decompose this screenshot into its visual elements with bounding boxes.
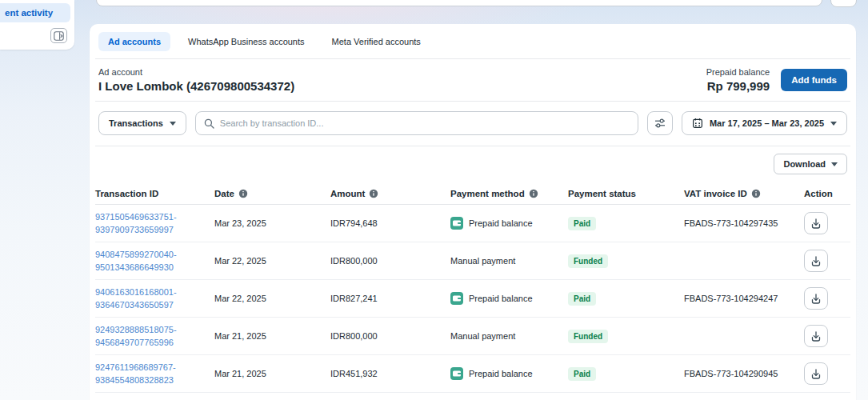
payment-method-cell: Manual payment (450, 256, 568, 266)
chevron-down-icon (170, 122, 176, 126)
download-button[interactable]: Download (774, 154, 847, 174)
filter-toolbar: Transactions (95, 102, 850, 146)
date-cell: Mar 21, 2025 (214, 331, 330, 341)
balance-block: Prepaid balance Rp 799,999 Add funds (706, 67, 847, 93)
download-button-label: Download (783, 159, 826, 169)
payment-method-label: Prepaid balance (469, 369, 533, 378)
wallet-icon (450, 292, 463, 305)
wallet-icon (450, 367, 463, 380)
prepaid-balance-value: Rp 799,999 (706, 79, 770, 93)
payment-status-badge: Funded (568, 330, 608, 343)
chevron-down-icon (831, 162, 838, 166)
table-row: 9247611968689767-9384554808328823 Mar 21… (95, 355, 850, 393)
tab-whatsapp-business-accounts[interactable]: WhatsApp Business accounts (178, 32, 314, 51)
transaction-id-cell: 9408475899270040-9501343686649930 (95, 248, 214, 274)
payment-method-cell: Prepaid balance (450, 292, 568, 305)
payment-status-badge: Funded (568, 254, 608, 268)
vat-invoice-cell: FBADS-773-104294247 (684, 294, 804, 303)
column-label: Action (804, 189, 833, 198)
payment-status-cell: Funded (568, 254, 684, 268)
date-cell: Mar 23, 2025 (214, 218, 330, 228)
transaction-id-link[interactable]: 9371505469633751-9397909733659997 (95, 210, 206, 237)
download-invoice-button[interactable] (804, 325, 828, 347)
date-cell: Mar 22, 2025 (214, 294, 330, 303)
table-header-row: Transaction ID Date Amount Payment metho… (95, 178, 850, 205)
table-row: 9249328888518075-9456849707765996 Mar 21… (95, 318, 850, 355)
column-label: Amount (330, 189, 365, 198)
search-input[interactable] (220, 118, 630, 128)
payment-status-cell: Funded (568, 330, 684, 343)
payment-method-label: Prepaid balance (469, 218, 533, 228)
global-search-button-partial[interactable] (830, 0, 857, 7)
panel-collapse-icon (54, 31, 64, 41)
prepaid-balance-label: Prepaid balance (706, 67, 770, 77)
info-icon[interactable] (751, 189, 761, 198)
download-invoice-button[interactable] (804, 250, 828, 272)
payment-status-badge: Paid (568, 292, 596, 306)
download-icon (810, 368, 822, 380)
chevron-down-icon (830, 122, 837, 126)
date-range-label: Mar 17, 2025 – Mar 23, 2025 (710, 118, 824, 128)
filter-adjust-button[interactable] (647, 111, 673, 135)
payment-method-label: Manual payment (450, 256, 515, 266)
payment-status-badge: Paid (568, 217, 596, 230)
column-header-vat-invoice-id: VAT invoice ID (684, 189, 804, 198)
payment-status-cell: Paid (568, 367, 684, 381)
transactions-type-dropdown[interactable]: Transactions (98, 111, 186, 135)
payment-status-cell: Paid (568, 292, 684, 306)
tab-meta-verified-accounts[interactable]: Meta Verified accounts (322, 32, 430, 51)
column-label: Transaction ID (95, 189, 158, 198)
amount-cell: IDR800,000 (330, 331, 450, 341)
amount-cell: IDR827,241 (330, 294, 450, 303)
tab-label: Meta Verified accounts (332, 37, 421, 46)
add-funds-button[interactable]: Add funds (781, 69, 847, 91)
download-invoice-button[interactable] (804, 362, 828, 385)
info-icon[interactable] (529, 189, 538, 198)
table-actions-row: Download (95, 146, 850, 178)
transaction-id-link[interactable]: 9247611968689767-9384554808328823 (95, 361, 206, 387)
column-label: VAT invoice ID (684, 189, 747, 198)
table-row: 9406163016168001-9364670343650597 Mar 22… (95, 280, 850, 318)
column-header-payment-status: Payment status (568, 189, 684, 198)
page-background: ent activity Ad accounts WhatsApp Busine… (0, 0, 868, 400)
sidebar-collapse-button[interactable] (50, 28, 67, 43)
payment-method-cell: Manual payment (450, 331, 568, 341)
ad-account-name: I Love Lombok (426709800534372) (98, 79, 294, 93)
column-header-action: Action (804, 189, 850, 198)
payment-method-label: Prepaid balance (469, 294, 533, 303)
transaction-id-cell: 9247611968689767-9384554808328823 (95, 361, 214, 387)
download-invoice-button[interactable] (804, 212, 828, 234)
download-icon (810, 293, 822, 305)
ad-account-label: Ad account (98, 67, 294, 77)
table-row: 9371505469633751-9397909733659997 Mar 23… (95, 205, 850, 242)
left-sidebar: ent activity (0, 0, 74, 50)
tab-label: WhatsApp Business accounts (188, 37, 305, 46)
sidebar-item-label: ent activity (5, 8, 53, 18)
transaction-search-box (195, 111, 638, 135)
account-type-tabs: Ad accounts WhatsApp Business accounts M… (95, 24, 850, 59)
column-header-date: Date (214, 189, 330, 198)
tab-ad-accounts[interactable]: Ad accounts (98, 32, 170, 51)
wallet-icon (450, 217, 463, 230)
download-invoice-button[interactable] (804, 287, 828, 310)
transaction-id-link[interactable]: 9406163016168001-9364670343650597 (95, 286, 206, 312)
global-search-bar-partial[interactable] (96, 0, 822, 6)
column-label: Payment status (568, 189, 636, 198)
action-cell (804, 212, 850, 234)
payment-method-cell: Prepaid balance (450, 367, 568, 380)
table-row: 9408475899270040-9501343686649930 Mar 22… (95, 242, 850, 280)
payment-status-badge: Paid (568, 367, 596, 381)
action-cell (804, 362, 850, 385)
transaction-id-cell: 9249328888518075-9456849707765996 (95, 323, 214, 350)
download-icon (810, 330, 822, 342)
date-range-picker[interactable]: Mar 17, 2025 – Mar 23, 2025 (682, 111, 847, 135)
column-label: Payment method (450, 189, 525, 198)
info-icon[interactable] (369, 189, 378, 198)
info-icon[interactable] (238, 189, 248, 198)
calendar-icon (692, 118, 703, 129)
sidebar-item-payment-activity[interactable]: ent activity (0, 3, 70, 22)
search-icon (204, 118, 214, 129)
action-cell (804, 250, 850, 272)
transaction-id-link[interactable]: 9408475899270040-9501343686649930 (95, 248, 206, 274)
transaction-id-link[interactable]: 9249328888518075-9456849707765996 (95, 323, 206, 350)
